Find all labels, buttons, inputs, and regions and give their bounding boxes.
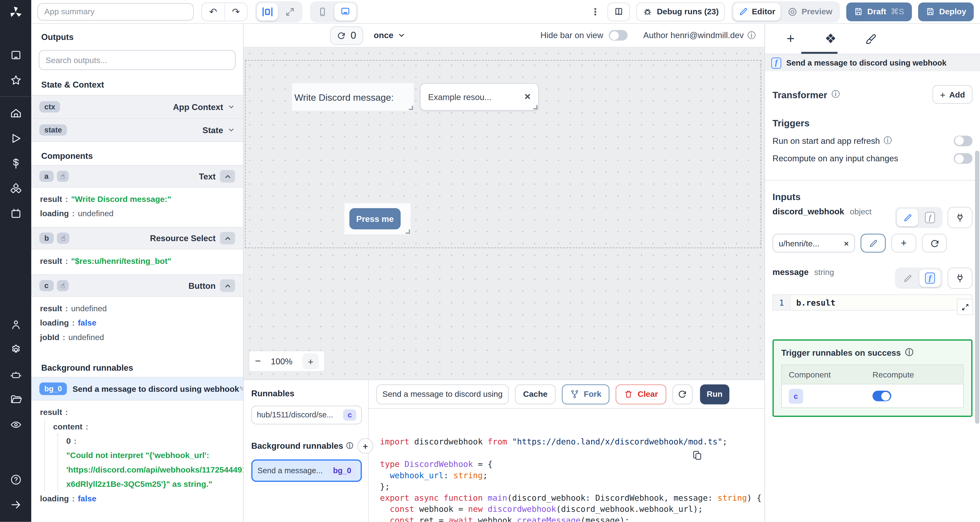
debug-runs-button[interactable]: Debug runs (23)	[636, 2, 725, 21]
scrollbar-thumb[interactable]	[975, 151, 979, 424]
search-outputs-input[interactable]	[46, 55, 229, 65]
run-button[interactable]: Run	[700, 384, 729, 404]
press-me-button[interactable]: Press me	[349, 208, 401, 229]
bg0-header[interactable]: bg_0 Send a message to discord using web…	[31, 377, 243, 401]
docs-book-button[interactable]	[608, 2, 630, 21]
collapse-chevron-up-icon[interactable]	[220, 232, 235, 244]
connect-plug-button[interactable]	[948, 267, 972, 289]
audit-eye-icon[interactable]	[0, 412, 31, 437]
script-name-field[interactable]: Send a message to discord using	[376, 384, 509, 404]
run-on-start-toggle[interactable]	[954, 135, 972, 146]
component-b-header[interactable]: b ☝ Resource Select	[31, 227, 243, 249]
clear-resource-icon[interactable]: ×	[844, 239, 849, 248]
app-summary-input[interactable]	[37, 3, 194, 20]
schedules-calendar-icon[interactable]	[0, 201, 31, 226]
users-icon[interactable]	[0, 312, 31, 337]
collapse-chevron-up-icon[interactable]	[220, 280, 235, 292]
text-component[interactable]: Write Discord message:	[292, 83, 414, 110]
help-icon[interactable]	[0, 467, 31, 492]
success-title: Trigger runnables on success	[781, 348, 901, 357]
resources-cubes-icon[interactable]	[0, 176, 31, 201]
copy-code-icon[interactable]	[692, 427, 751, 483]
chevron-down-icon[interactable]	[228, 103, 235, 111]
refresh-count-button[interactable]: 0	[330, 26, 363, 45]
recompute-c-toggle[interactable]	[872, 391, 891, 401]
redo-button[interactable]: ↷	[224, 3, 247, 20]
component-a-header[interactable]: a ☝ Text	[31, 165, 243, 188]
add-transformer-button[interactable]: +Add	[932, 85, 972, 104]
clear-button[interactable]: Clear	[616, 384, 666, 404]
line-number: 1	[773, 295, 791, 310]
zoom-out-button[interactable]: −	[255, 356, 261, 367]
workers-robot-icon[interactable]	[0, 362, 31, 387]
more-menu-button[interactable]: ⋮	[589, 6, 601, 17]
favorites-star-icon[interactable]	[0, 68, 31, 92]
zoom-in-button[interactable]: +	[302, 353, 319, 369]
tab-styling-brush-icon[interactable]	[859, 26, 883, 51]
runnable-item-hub[interactable]: hub/1511/discord/se... c	[251, 406, 362, 425]
reload-script-button[interactable]	[672, 384, 692, 404]
hand-pointer-icon[interactable]: ☝	[57, 170, 69, 182]
tab-components-diamonds-icon[interactable]: ❖	[819, 26, 843, 51]
resize-handle[interactable]	[409, 106, 413, 110]
connect-plug-button[interactable]	[948, 207, 972, 228]
frequency-dropdown[interactable]: once	[374, 30, 406, 40]
fullscreen-layout-button[interactable]	[280, 3, 301, 20]
state-row[interactable]: state State	[31, 118, 243, 142]
tab-insert-plus-icon[interactable]: +	[779, 26, 803, 51]
settings-gear-icon[interactable]	[0, 337, 31, 362]
resize-handle[interactable]	[533, 105, 538, 109]
draft-button[interactable]: Draft ⌘S	[846, 2, 912, 21]
hide-bar-toggle[interactable]	[609, 30, 628, 41]
cache-button[interactable]: Cache	[515, 384, 555, 404]
recompute-toggle[interactable]	[954, 153, 972, 164]
runnable-item-bg0[interactable]: Send a message... bg_0	[251, 459, 362, 482]
chevron-down-icon[interactable]	[228, 126, 235, 134]
resource-select-component[interactable]: Example resou... ×	[420, 83, 539, 110]
component-c-header[interactable]: c ☝ Button	[31, 274, 243, 297]
refresh-resource-button[interactable]	[922, 234, 947, 253]
edit-resource-button[interactable]	[861, 234, 886, 253]
app-canvas[interactable]: Write Discord message: Example resou... …	[243, 48, 764, 379]
resource-value-input[interactable]: u/henri/te... ×	[772, 234, 855, 253]
workspace-icon[interactable]	[0, 43, 31, 67]
zoom-level: 100%	[271, 356, 293, 366]
undo-button[interactable]: ↶	[202, 3, 224, 20]
message-expression-editor[interactable]: 1 b.result	[772, 294, 972, 311]
collapse-chevron-up-icon[interactable]	[220, 170, 235, 182]
tab-preview[interactable]: Preview	[782, 3, 838, 20]
eval-mode-fn-icon[interactable]: f	[920, 209, 941, 226]
mobile-view-button[interactable]	[312, 3, 333, 20]
windmill-logo-icon[interactable]	[0, 0, 31, 25]
folders-icon[interactable]	[0, 387, 31, 412]
hand-pointer-icon[interactable]: ☝	[57, 280, 69, 291]
deploy-button[interactable]: Deploy	[918, 2, 974, 21]
hand-pointer-icon[interactable]: ☝	[57, 232, 69, 244]
resize-handle[interactable]	[406, 229, 410, 234]
bottom-panel: Runnables hub/1511/discord/se... c Backg…	[243, 379, 764, 522]
runs-play-icon[interactable]	[0, 126, 31, 151]
edit-pencil-icon[interactable]: ✎	[239, 385, 243, 393]
eval-mode-fn-icon[interactable]: f	[920, 269, 941, 287]
bg0-label: Send a message to discord using webhook	[73, 384, 239, 393]
phone-icon	[318, 6, 328, 17]
add-resource-button[interactable]: +	[891, 234, 916, 253]
collapse-sidebar-arrow-icon[interactable]	[0, 492, 31, 517]
static-mode-pencil-icon[interactable]	[897, 269, 918, 287]
ctx-row[interactable]: ctx App Context	[31, 95, 243, 119]
align-center-icon	[262, 7, 272, 16]
home-icon[interactable]	[0, 101, 31, 126]
expand-editor-button[interactable]	[957, 299, 973, 315]
variables-dollar-icon[interactable]	[0, 151, 31, 176]
fork-button[interactable]: Fork	[562, 384, 609, 404]
clear-select-icon[interactable]: ×	[525, 91, 531, 103]
background-runnables-title: Background runnables	[31, 363, 243, 372]
static-mode-pencil-icon[interactable]	[897, 209, 918, 226]
col-recompute: Recompute	[872, 370, 914, 379]
tab-editor[interactable]: Editor	[733, 3, 781, 20]
chevron-down-icon	[398, 31, 406, 40]
component-c-badge: c	[40, 280, 54, 291]
desktop-view-button[interactable]	[334, 3, 356, 20]
center-layout-button[interactable]	[257, 3, 278, 20]
code-editor[interactable]: import discordwebhook from "https://deno…	[369, 409, 765, 522]
